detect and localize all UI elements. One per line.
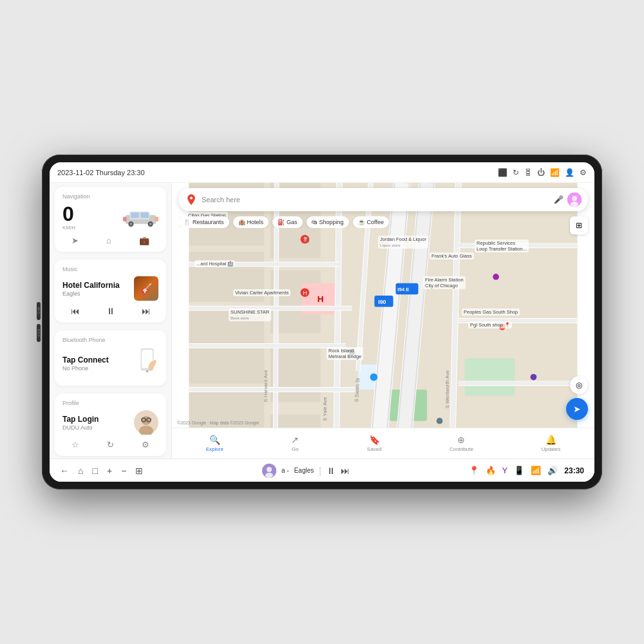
rst-label: RST <box>37 329 41 337</box>
taskbar-play-button[interactable]: ⏸ <box>327 466 336 476</box>
taskbar-separator: | <box>319 466 321 476</box>
restaurants-label: Restaurants <box>193 219 224 225</box>
grid-button[interactable]: ⊞ <box>135 466 143 476</box>
svg-point-5 <box>129 222 132 225</box>
svg-rect-32 <box>464 358 515 395</box>
category-shopping[interactable]: 🛍 Shopping <box>307 216 349 228</box>
map-nav-go[interactable]: ↗ Go <box>291 435 299 452</box>
navigate-icon[interactable]: ➤ <box>71 236 79 245</box>
layers-icon: ⊞ <box>576 221 582 230</box>
category-restaurants[interactable]: 🍴 Restaurants <box>178 216 229 228</box>
category-gas[interactable]: ⛽ Gas <box>272 216 303 228</box>
category-hotels[interactable]: 🏨 Hotels <box>233 216 269 228</box>
profile-card-content: Tap Login DUDU Auto <box>62 410 158 435</box>
maps-logo-icon <box>185 193 198 206</box>
bt-card-content: Tap Connect No Phone <box>62 347 158 379</box>
updates-icon: 🔔 <box>545 435 556 445</box>
map-area[interactable]: H I90 I94 E <box>172 183 594 459</box>
bt-info: Tap Connect No Phone <box>62 355 109 372</box>
add-button[interactable]: + <box>107 466 112 476</box>
fire-icon[interactable]: 🔥 <box>486 466 496 475</box>
back-button[interactable]: ← <box>60 466 69 476</box>
taskbar-next-button[interactable]: ⏭ <box>341 466 350 476</box>
settings-profile-icon[interactable]: ⚙ <box>142 440 149 450</box>
home-button[interactable]: ⌂ <box>78 466 83 476</box>
datetime-label: 2023-11-02 Thursday 23:30 <box>57 169 145 176</box>
rst-button[interactable]: RST <box>37 324 41 342</box>
map-nav-explore[interactable]: 🔍 Explore <box>206 435 223 452</box>
car-icon <box>123 206 158 229</box>
svg-line-21 <box>141 419 142 420</box>
map-location-button[interactable]: ➤ <box>566 398 588 420</box>
svg-text:I94 E: I94 E <box>397 287 409 292</box>
music-card-content: Hotel California Eagles 🎸 <box>62 276 158 301</box>
wifi-taskbar-icon: 📶 <box>531 466 541 475</box>
svg-point-55 <box>190 196 193 199</box>
coffee-icon: ☕ <box>358 219 365 225</box>
recent-button[interactable]: □ <box>92 466 97 476</box>
search-placeholder[interactable]: Search here <box>202 196 550 204</box>
refresh-profile-icon[interactable]: ↻ <box>107 440 114 450</box>
map-compass[interactable]: ◎ <box>570 376 588 394</box>
side-buttons: MIC RST <box>37 302 41 342</box>
sidebar: Navigation 0 KM/H <box>50 183 172 459</box>
svg-point-16 <box>142 416 151 425</box>
shopping-icon: 🛍 <box>312 219 317 225</box>
place-republic: Republic ServicesLoop Transfer Station..… <box>475 240 529 252</box>
status-bar: 2023-11-02 Thursday 23:30 ⬛ ↻ 🎛 ⏻ 📶 👤 ⚙ <box>50 162 594 183</box>
svg-point-49 <box>493 274 499 280</box>
svg-point-53 <box>437 418 443 424</box>
now-playing-prefix: a - <box>281 467 289 474</box>
location-btn[interactable]: 📍 <box>469 466 479 475</box>
place-jordan: Jordan Food & LiquorLiquor store <box>378 236 428 249</box>
user-profile-avatar[interactable] <box>567 193 582 207</box>
map-nav-saved[interactable]: 🔖 Saved <box>367 435 382 452</box>
explore-icon: 🔍 <box>209 435 220 445</box>
svg-text:I90: I90 <box>378 299 386 305</box>
mic-button[interactable]: MIC <box>37 302 41 320</box>
refresh-icon: ↻ <box>513 168 519 177</box>
category-coffee[interactable]: ☕ Coffee <box>353 216 389 228</box>
map-nav-contribute[interactable]: ⊕ Contribute <box>450 435 473 452</box>
prev-button[interactable]: ⏮ <box>71 306 80 316</box>
svg-point-61 <box>265 473 273 478</box>
hotels-label: Hotels <box>247 219 264 225</box>
contribute-icon: ⊕ <box>457 435 465 445</box>
place-pgl: Pgl South shop 📍 <box>468 321 512 328</box>
svg-text:⛽: ⛽ <box>303 236 310 243</box>
steering-icon: 🎛 <box>524 168 532 177</box>
app-grid-icon[interactable]: 📱 <box>514 466 524 475</box>
voice-search-icon[interactable]: 🎤 <box>554 195 564 204</box>
pause-button[interactable]: ⏸ <box>106 306 115 316</box>
next-button[interactable]: ⏭ <box>142 306 151 316</box>
map-nav-updates[interactable]: 🔔 Updates <box>541 435 560 452</box>
phone-illustration <box>136 347 158 379</box>
taskbar-time: 23:30 <box>564 466 584 475</box>
gas-label: Gas <box>287 219 298 225</box>
coffee-label: Coffee <box>367 219 384 225</box>
place-franks: Frank's Auto Glass <box>430 252 474 260</box>
star-icon[interactable]: ☆ <box>71 440 79 450</box>
map-layer-button[interactable]: ⊞ <box>570 216 588 234</box>
taskbar: ← ⌂ □ + − ⊞ a - Eagles | ⏸ <box>50 459 594 482</box>
music-label: Music <box>62 266 158 272</box>
minus-button[interactable]: − <box>121 466 126 476</box>
music-controls: ⏮ ⏸ ⏭ <box>62 306 158 316</box>
power-icon: ⏻ <box>537 168 545 177</box>
profile-card: Profile Tap Login DUDU Auto <box>55 393 166 456</box>
now-playing-avatar <box>262 464 276 478</box>
map-bottom-nav: 🔍 Explore ↗ Go 🔖 Saved ⊕ Contribute <box>172 428 594 459</box>
volume-icon[interactable]: 🔊 <box>547 466 558 475</box>
device: MIC RST 2023-11-02 Thursday 23:30 ⬛ ↻ 🎛 … <box>42 155 602 489</box>
bluetooth-label: Bluetooth Phone <box>62 337 158 343</box>
bluetooth-card[interactable]: Bluetooth Phone Tap Connect No Phone <box>55 330 166 386</box>
place-rock: Rock IslandMetraral Bridge <box>327 347 363 360</box>
svg-text:H: H <box>303 290 307 296</box>
svg-text:S Harvard Ave: S Harvard Ave <box>263 370 269 402</box>
mic-label: MIC <box>37 307 41 315</box>
yahoo-icon[interactable]: Y <box>502 466 508 475</box>
svg-point-7 <box>149 222 152 225</box>
home-nav-icon[interactable]: ⌂ <box>106 236 111 245</box>
briefcase-icon[interactable]: 💼 <box>139 236 149 245</box>
map-search-bar[interactable]: Search here 🎤 <box>178 188 588 211</box>
